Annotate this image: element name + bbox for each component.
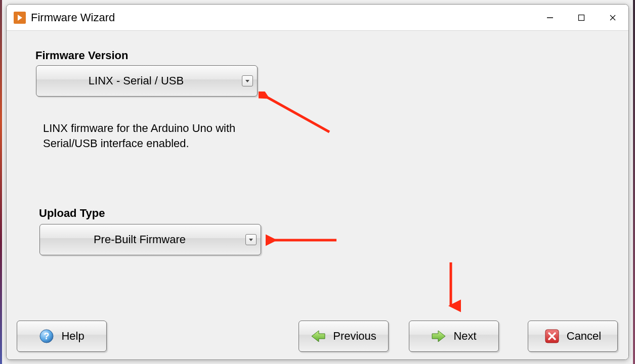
cancel-button-label: Cancel	[567, 330, 601, 343]
help-button-label: Help	[61, 330, 84, 343]
arrow-left-icon	[311, 329, 326, 343]
previous-button[interactable]: Previous	[299, 321, 389, 352]
window-title: Firmware Wizard	[31, 11, 115, 24]
titlebar: Firmware Wizard	[7, 5, 628, 31]
svg-marker-7	[312, 331, 325, 342]
svg-line-11	[268, 98, 329, 132]
client-area: Firmware Version LINX - Serial / USB LIN…	[7, 31, 628, 359]
window-controls	[534, 5, 628, 30]
chevron-down-icon	[242, 75, 253, 86]
chevron-down-icon	[245, 234, 257, 245]
maximize-button[interactable]	[566, 5, 597, 30]
svg-text:?: ?	[44, 331, 50, 341]
app-icon	[14, 12, 26, 24]
cancel-button[interactable]: Cancel	[528, 321, 618, 352]
svg-marker-8	[432, 331, 445, 342]
close-icon	[544, 329, 560, 344]
firmware-description: LINX firmware for the Arduino Uno with S…	[43, 121, 235, 151]
arrow-right-icon	[431, 329, 446, 343]
next-button[interactable]: Next	[409, 321, 499, 352]
firmware-version-combo[interactable]: LINX - Serial / USB	[36, 65, 258, 97]
firmware-version-label: Firmware Version	[35, 49, 128, 62]
help-icon: ?	[39, 329, 54, 344]
annotation-arrow-icon	[259, 92, 340, 142]
upload-type-selected: Pre-Built Firmware	[94, 233, 186, 246]
firmware-version-selected: LINX - Serial / USB	[89, 74, 184, 87]
upload-type-combo[interactable]: Pre-Built Firmware	[39, 224, 261, 255]
help-button[interactable]: ? Help	[17, 321, 107, 352]
previous-button-label: Previous	[333, 330, 376, 343]
close-button[interactable]	[597, 5, 628, 30]
firmware-description-line: LINX firmware for the Arduino Uno with	[43, 121, 235, 136]
next-button-label: Next	[453, 330, 476, 343]
firmware-wizard-window: Firmware Wizard Firmware Version LINX - …	[6, 4, 629, 360]
minimize-button[interactable]	[534, 5, 566, 30]
svg-marker-0	[18, 15, 22, 21]
annotation-arrow-icon	[441, 259, 461, 315]
svg-rect-2	[579, 15, 584, 20]
annotation-arrow-icon	[266, 231, 347, 251]
firmware-description-line: Serial/USB interface enabled.	[43, 136, 235, 151]
upload-type-label: Upload Type	[39, 207, 105, 220]
